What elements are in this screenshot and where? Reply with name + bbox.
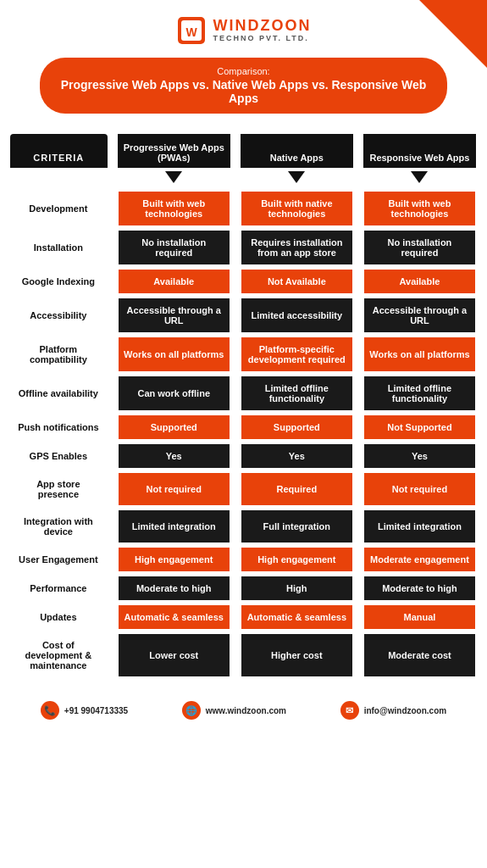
cell-criteria-6: Push notifications: [10, 415, 108, 440]
cell-pwa-6: Supported: [118, 415, 230, 440]
cell-responsive-5: Limited offline functionality: [363, 376, 476, 411]
cell-responsive-8: Not required: [363, 472, 476, 506]
th-pwa: Progressive Web Apps (PWAs): [118, 134, 230, 168]
comparison-table-container: CRITERIA Progressive Web Apps (PWAs) Nat…: [0, 134, 487, 681]
phone-icon: 📞: [41, 701, 59, 720]
cell-responsive-1: No installation required: [363, 230, 476, 265]
cell-native-9: Full integration: [241, 509, 353, 543]
table-row: Platform compatibility Works on all plat…: [10, 337, 476, 372]
cell-criteria-12: Updates: [10, 604, 108, 630]
responsive-arrow: [411, 171, 428, 183]
table-header-row: CRITERIA Progressive Web Apps (PWAs) Nat…: [10, 134, 476, 168]
cell-criteria-7: GPS Enables: [10, 443, 108, 469]
table-row: Accessibility Accessible through a URL L…: [10, 298, 476, 333]
cell-responsive-0: Built with web technologies: [363, 191, 476, 226]
email-address: info@windzoon.com: [364, 706, 447, 715]
page-header: W WINDZOON TECHNO PVT. LTD. Comparison: …: [0, 0, 487, 134]
logo-name-part2: ZOON: [261, 17, 312, 34]
svg-text:W: W: [185, 25, 197, 39]
cell-native-13: Higher cost: [241, 633, 353, 677]
cell-responsive-6: Not Supported: [363, 415, 476, 440]
cell-pwa-10: High engagement: [118, 547, 230, 572]
cell-native-0: Built with native technologies: [241, 191, 353, 226]
cell-responsive-10: Moderate engagement: [363, 547, 476, 572]
table-row: Updates Automatic & seamless Automatic &…: [10, 604, 476, 630]
cell-native-8: Required: [241, 472, 353, 506]
comparison-title-box: Comparison: Progressive Web Apps vs. Nat…: [40, 58, 448, 114]
cell-pwa-5: Can work offline: [118, 376, 230, 411]
logo-name-part1: WIND: [213, 17, 261, 34]
table-row: Performance Moderate to high High Modera…: [10, 576, 476, 601]
cell-criteria-2: Google Indexing: [10, 269, 108, 294]
row-gap: [10, 677, 476, 681]
native-arrow: [288, 171, 305, 183]
pwa-arrow: [165, 171, 182, 183]
cell-criteria-1: Installation: [10, 230, 108, 265]
cell-criteria-13: Cost of development & maintenance: [10, 633, 108, 677]
cell-native-4: Platform-specific development required: [241, 337, 353, 372]
table-row: Installation No installation required Re…: [10, 230, 476, 265]
company-name: WINDZOON TECHNO PVT. LTD.: [213, 18, 312, 43]
table-row: App store presence Not required Required…: [10, 472, 476, 506]
arrow-row: [10, 168, 476, 191]
cell-pwa-2: Available: [118, 269, 230, 294]
logo-area: W WINDZOON TECHNO PVT. LTD.: [176, 15, 312, 46]
cell-criteria-10: User Engagement: [10, 547, 108, 572]
cell-native-3: Limited accessibility: [241, 298, 353, 333]
cell-pwa-4: Works on all platforms: [118, 337, 230, 372]
website-url: www.windzoon.com: [206, 706, 286, 715]
cell-responsive-3: Accessible through a URL: [363, 298, 476, 333]
cell-responsive-9: Limited integration: [363, 509, 476, 543]
cell-criteria-11: Performance: [10, 576, 108, 601]
cell-pwa-9: Limited integration: [118, 509, 230, 543]
logo-tagline: TECHNO PVT. LTD.: [213, 35, 312, 43]
cell-criteria-9: Integration with device: [10, 509, 108, 543]
th-native: Native Apps: [241, 134, 353, 168]
table-row: Push notifications Supported Supported N…: [10, 415, 476, 440]
table-row: Development Built with web technologies …: [10, 191, 476, 226]
cell-criteria-8: App store presence: [10, 472, 108, 506]
cell-pwa-7: Yes: [118, 443, 230, 469]
table-row: User Engagement High engagement High eng…: [10, 547, 476, 572]
cell-pwa-8: Not required: [118, 472, 230, 506]
table-row: GPS Enables Yes Yes Yes: [10, 443, 476, 469]
comparison-table: CRITERIA Progressive Web Apps (PWAs) Nat…: [10, 134, 477, 681]
footer-email: ✉ info@windzoon.com: [340, 701, 447, 720]
cell-responsive-2: Available: [363, 269, 476, 294]
email-icon: ✉: [340, 701, 359, 720]
top-triangle-decoration: [419, 0, 487, 68]
cell-criteria-4: Platform compatibility: [10, 337, 108, 372]
table-body: Development Built with web technologies …: [10, 191, 476, 681]
table-row: Cost of development & maintenance Lower …: [10, 633, 476, 677]
page-footer: 📞 +91 9904713335 🌐 www.windzoon.com ✉ in…: [0, 689, 487, 732]
company-logo-icon: W: [176, 15, 207, 46]
cell-native-5: Limited offline functionality: [241, 376, 353, 411]
cell-pwa-0: Built with web technologies: [118, 191, 230, 226]
cell-criteria-5: Offline availability: [10, 376, 108, 411]
cell-native-6: Supported: [241, 415, 353, 440]
cell-responsive-7: Yes: [363, 443, 476, 469]
cell-native-11: High: [241, 576, 353, 601]
comparison-label: Comparison:: [60, 66, 428, 76]
phone-number: +91 9904713335: [64, 706, 128, 715]
cell-criteria-0: Development: [10, 191, 108, 226]
cell-responsive-12: Manual: [363, 604, 476, 630]
cell-native-1: Requires installation from an app store: [241, 230, 353, 265]
cell-pwa-11: Moderate to high: [118, 576, 230, 601]
cell-pwa-3: Accessible through a URL: [118, 298, 230, 333]
comparison-title: Progressive Web Apps vs. Native Web Apps…: [60, 78, 428, 105]
cell-native-7: Yes: [241, 443, 353, 469]
cell-responsive-11: Moderate to high: [363, 576, 476, 601]
cell-pwa-12: Automatic & seamless: [118, 604, 230, 630]
cell-native-2: Not Available: [241, 269, 353, 294]
cell-responsive-4: Works on all platforms: [363, 337, 476, 372]
cell-native-10: High engagement: [241, 547, 353, 572]
th-criteria: CRITERIA: [10, 134, 108, 168]
cell-pwa-1: No installation required: [118, 230, 230, 265]
th-responsive: Responsive Web Apps: [363, 134, 476, 168]
footer-phone: 📞 +91 9904713335: [41, 701, 128, 720]
cell-native-12: Automatic & seamless: [241, 604, 353, 630]
cell-pwa-13: Lower cost: [118, 633, 230, 677]
footer-website: 🌐 www.windzoon.com: [182, 701, 286, 720]
cell-responsive-13: Moderate cost: [363, 633, 476, 677]
